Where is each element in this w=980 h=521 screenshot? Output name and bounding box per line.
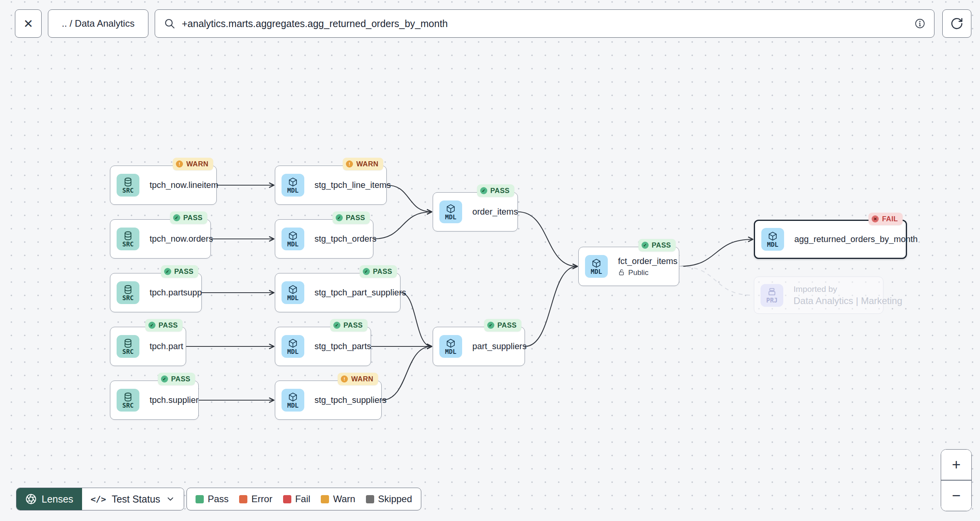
node-label: tpch.partsupp <box>150 288 202 298</box>
node-stg_tpch_orders[interactable]: ✓PASSMDLstg_tpch_orders <box>275 219 373 259</box>
node-tpch_now_orders[interactable]: ✓PASSSRCtpch_now.orders <box>110 219 211 259</box>
node-label: tpch.part <box>150 341 183 352</box>
node-tpch_part[interactable]: ✓PASSSRCtpch.part <box>110 327 186 366</box>
status-dot-icon: ! <box>341 375 348 383</box>
lenses-label: Lenses <box>42 494 73 505</box>
node-text: tpch.partsupp <box>150 288 202 298</box>
legend-label: Pass <box>208 494 229 505</box>
legend-swatch-icon <box>321 495 329 503</box>
project-icon: PRJ <box>761 284 783 307</box>
zoom-out-button[interactable]: − <box>941 481 971 511</box>
model-icon: MDL <box>585 255 608 278</box>
test-status-legend: PassErrorFailWarnSkipped <box>186 488 421 510</box>
lens-control: Lenses </> Test Status <box>16 488 184 510</box>
breadcrumb-label: .. / Data Analytics <box>62 18 134 29</box>
status-dot-icon: ✓ <box>363 268 370 275</box>
status-badge-pass: ✓PASS <box>484 319 521 332</box>
node-text: stg_tpch_orders <box>314 234 377 244</box>
chevron-down-icon <box>166 494 175 504</box>
zoom-controls: + − <box>941 449 972 511</box>
status-badge-pass: ✓PASS <box>170 211 207 224</box>
node-label: order_items <box>472 207 518 217</box>
status-dot-icon: ✓ <box>161 375 168 383</box>
node-text: stg_tpch_suppliers <box>314 395 386 405</box>
node-text: tpch.part <box>150 341 183 352</box>
aperture-icon <box>25 493 37 505</box>
node-label: stg_tpch_orders <box>314 234 377 244</box>
node-text: fct_order_itemsPublic <box>618 256 678 277</box>
model-icon: MDL <box>282 389 304 412</box>
node-part_suppliers[interactable]: ✓PASSMDLpart_suppliers <box>433 327 525 366</box>
node-text: stg_tpch_part_suppliers <box>314 288 406 298</box>
status-dot-icon: ✓ <box>480 187 487 194</box>
legend-item-pass: Pass <box>196 494 229 505</box>
node-text: order_items <box>472 207 518 217</box>
status-dot-icon: ✓ <box>148 322 155 329</box>
lock-open-icon <box>618 269 625 276</box>
node-stg_tpch_part_suppliers[interactable]: ✓PASSMDLstg_tpch_part_suppliers <box>275 273 400 312</box>
node-imported_by_project[interactable]: PRJImported by Data Analytics | Marketin… <box>754 277 883 314</box>
node-tpch_now_lineitem[interactable]: !WARNSRCtpch_now.lineitem <box>110 166 217 205</box>
model-icon: MDL <box>282 228 304 250</box>
close-button[interactable]: ✕ <box>15 9 42 38</box>
legend-item-skipped: Skipped <box>366 494 412 505</box>
node-stg_tpch_line_items[interactable]: !WARNMDLstg_tpch_line_items <box>275 166 387 205</box>
status-badge-warn: !WARN <box>343 158 383 170</box>
refresh-button[interactable] <box>942 9 971 38</box>
node-agg_returned_orders_by_month[interactable]: ✕FAILMDLagg_returned_orders_by_month <box>754 220 907 259</box>
status-badge-fail: ✕FAIL <box>868 213 903 225</box>
lenses-button[interactable]: Lenses <box>16 488 82 510</box>
legend-swatch-icon <box>196 495 204 503</box>
edge-fct_order_items-to-agg_returned_orders_by_month <box>679 239 753 266</box>
node-label: agg_returned_orders_by_month <box>794 234 918 244</box>
legend-swatch-icon <box>239 495 247 503</box>
status-dot-icon: ✓ <box>173 214 180 221</box>
legend-label: Error <box>251 494 272 505</box>
edge-fct_order_items-to-imported_by_project <box>679 266 753 295</box>
imported-by-label: Imported by <box>794 284 902 294</box>
node-fct_order_items[interactable]: ✓PASSMDLfct_order_itemsPublic <box>578 247 679 286</box>
node-order_items[interactable]: ✓PASSMDLorder_items <box>433 192 518 231</box>
legend-label: Warn <box>333 494 355 505</box>
status-badge-pass: ✓PASS <box>158 373 195 385</box>
node-text: stg_tpch_line_items <box>314 180 391 190</box>
status-badge-pass: ✓PASS <box>360 265 397 278</box>
status-dot-icon: ✓ <box>333 322 340 329</box>
status-dot-icon: ✓ <box>336 214 343 221</box>
edge-part_suppliers-to-fct_order_items <box>525 266 577 346</box>
edge-order_items-to-fct_order_items <box>518 212 577 266</box>
status-badge-pass: ✓PASS <box>330 319 368 332</box>
status-badge-pass: ✓PASS <box>638 239 676 251</box>
search-input[interactable] <box>182 18 908 29</box>
node-stg_tpch_suppliers[interactable]: !WARNMDLstg_tpch_suppliers <box>275 381 382 420</box>
node-tpch_partsupp[interactable]: ✓PASSSRCtpch.partsupp <box>110 273 202 312</box>
status-dot-icon: ✕ <box>872 215 879 222</box>
search-icon <box>164 18 176 29</box>
node-label: stg_tpch_parts <box>314 341 371 352</box>
node-tpch_supplier[interactable]: ✓PASSSRCtpch.supplier <box>110 381 199 420</box>
source-icon: SRC <box>117 389 139 412</box>
lens-dropdown[interactable]: </> Test Status <box>82 488 184 510</box>
node-text: stg_tpch_parts <box>314 341 371 352</box>
info-icon[interactable] <box>914 18 925 29</box>
status-dot-icon: ✓ <box>164 268 171 275</box>
lineage-edges-layer <box>0 0 980 521</box>
node-text: tpch_now.orders <box>150 234 213 244</box>
zoom-in-button[interactable]: + <box>941 450 971 481</box>
node-label: stg_tpch_suppliers <box>314 395 386 405</box>
model-icon: MDL <box>761 228 784 251</box>
search-bar[interactable] <box>155 9 934 38</box>
node-stg_tpch_parts[interactable]: ✓PASSMDLstg_tpch_parts <box>275 327 371 366</box>
node-label: fct_order_items <box>618 256 678 266</box>
legend-swatch-icon <box>283 495 291 503</box>
node-text: tpch_now.lineitem <box>150 180 218 190</box>
node-text: agg_returned_orders_by_month <box>794 234 918 244</box>
imported-project-label: Data Analytics | Marketing <box>794 295 902 306</box>
model-icon: MDL <box>439 335 462 358</box>
edge-stg_tpch_part_suppliers-to-part_suppliers <box>400 293 431 346</box>
status-dot-icon: ✓ <box>642 242 649 249</box>
node-label: stg_tpch_part_suppliers <box>314 288 406 298</box>
breadcrumb[interactable]: .. / Data Analytics <box>48 9 148 38</box>
status-badge-pass: ✓PASS <box>477 184 514 197</box>
status-badge-pass: ✓PASS <box>333 211 370 224</box>
